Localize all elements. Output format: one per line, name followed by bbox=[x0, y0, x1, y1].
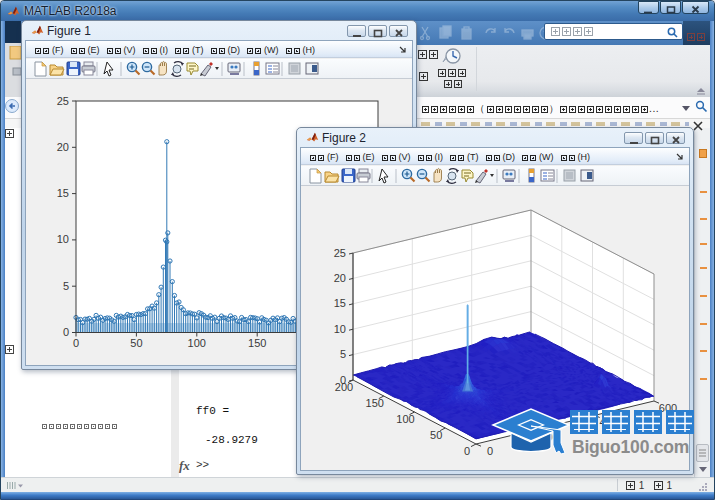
svg-text:5: 5 bbox=[340, 348, 346, 360]
svg-text:25: 25 bbox=[57, 95, 69, 107]
svg-text:50: 50 bbox=[130, 337, 142, 349]
svg-text:15: 15 bbox=[57, 187, 69, 199]
svg-text:0: 0 bbox=[73, 337, 79, 349]
svg-text:50: 50 bbox=[430, 429, 442, 441]
svg-text:0: 0 bbox=[63, 326, 69, 338]
svg-text:10: 10 bbox=[57, 233, 69, 245]
svg-text:20: 20 bbox=[57, 141, 69, 153]
svg-text:20: 20 bbox=[334, 272, 346, 284]
svg-text:200: 200 bbox=[335, 381, 353, 393]
svg-text:150: 150 bbox=[248, 337, 266, 349]
svg-text:10: 10 bbox=[334, 323, 346, 335]
svg-text:150: 150 bbox=[366, 397, 384, 409]
svg-text:100: 100 bbox=[396, 413, 414, 425]
svg-text:0: 0 bbox=[464, 445, 470, 457]
svg-text:5: 5 bbox=[63, 280, 69, 292]
svg-text:15: 15 bbox=[334, 297, 346, 309]
svg-text:100: 100 bbox=[188, 337, 206, 349]
svg-text:Biguo100.com: Biguo100.com bbox=[572, 437, 689, 457]
svg-text:25: 25 bbox=[334, 247, 346, 259]
